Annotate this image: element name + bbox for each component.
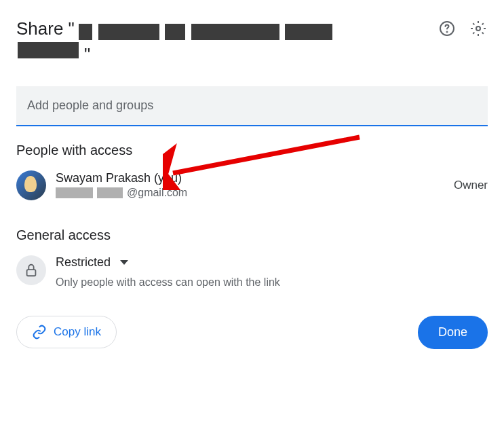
gear-icon [470,20,486,37]
people-with-access-heading: People with access [16,143,488,158]
restricted-icon-circle [16,255,46,285]
person-email: @gmail.com [56,187,454,199]
link-icon [32,325,47,340]
done-button[interactable]: Done [418,316,488,349]
copy-link-label: Copy link [54,325,101,339]
redacted-text [285,24,332,40]
copy-link-button[interactable]: Copy link [16,316,117,348]
chevron-down-icon [120,260,128,265]
access-level-description: Only people with access can open with th… [56,276,280,289]
person-row: Swayam Prakash (you) @gmail.com Owner [16,170,488,200]
svg-rect-3 [27,270,36,276]
help-button[interactable] [438,19,457,38]
access-level-dropdown[interactable]: Restricted [56,255,280,270]
general-access-heading: General access [16,227,488,243]
person-name: Swayam Prakash (you) [56,171,454,185]
svg-point-2 [476,26,480,31]
access-level-label: Restricted [56,255,111,270]
add-people-input[interactable] [16,86,488,126]
redacted-text [165,24,185,40]
redacted-text [56,187,93,198]
dialog-title: Share " " [16,16,438,67]
redacted-text [97,187,123,198]
title-prefix: Share " [16,18,75,39]
settings-button[interactable] [469,19,488,38]
email-domain: @gmail.com [127,187,187,199]
svg-point-1 [447,32,448,33]
title-suffix: " [84,42,90,67]
lock-icon [24,263,39,278]
person-role: Owner [454,179,488,192]
redacted-text [18,42,79,58]
redacted-text [79,24,92,40]
redacted-text [98,24,159,40]
avatar [16,170,46,200]
help-icon [439,20,455,37]
redacted-text [191,24,279,40]
